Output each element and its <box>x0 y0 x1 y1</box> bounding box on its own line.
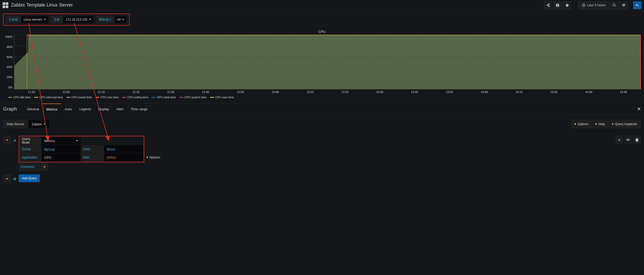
tab-display[interactable]: Display <box>94 103 113 114</box>
ds-query-inspector-button[interactable]: Query Inspector <box>609 120 641 129</box>
chevron-down-icon <box>122 19 124 20</box>
legend-swatch <box>67 97 70 98</box>
share-button[interactable] <box>544 1 552 9</box>
legend-label: CPU softirq time <box>127 96 148 99</box>
legend-swatch <box>8 97 12 98</box>
tab-axes[interactable]: Axes <box>61 103 76 114</box>
legend-swatch <box>34 97 38 98</box>
chevron-down-icon <box>43 124 46 125</box>
datasource-select[interactable]: Zabbix <box>28 120 49 129</box>
ds-help-button[interactable]: Help <box>592 120 609 129</box>
var-group-value[interactable]: Linux servers <box>21 16 49 23</box>
var-iface-value[interactable]: All <box>114 16 127 23</box>
legend-item[interactable]: CPU system time <box>180 96 207 99</box>
query-b-letter[interactable]: B <box>12 174 17 183</box>
query-a-toggle[interactable] <box>3 136 11 145</box>
var-group-label: 主机组 <box>6 16 21 23</box>
tab-metrics[interactable]: Metrics <box>43 103 61 114</box>
zoom-out-button[interactable] <box>610 1 618 9</box>
template-variables: 主机组 Linux servers 主机 172.16.213.102 网络接口… <box>3 14 130 26</box>
chevron-down-icon <box>76 140 78 141</box>
legend-swatch <box>96 97 99 98</box>
var-iface-label: 网络接口 <box>96 16 114 23</box>
ds-options-button[interactable]: Options <box>571 120 592 129</box>
time-picker[interactable]: Last 3 hours <box>578 1 609 9</box>
query-mode-select[interactable]: Metrics <box>42 137 81 145</box>
query-application-value[interactable]: CPU <box>42 154 81 161</box>
legend-label: CPU steal time <box>157 96 176 99</box>
tab-general[interactable]: General <box>23 103 43 114</box>
legend-label: CPU user time <box>215 96 234 99</box>
query-options-toggle[interactable]: Options: <box>147 153 161 162</box>
tab-time-range[interactable]: Time range <box>127 103 151 114</box>
chart-legend: CPU idle timeCPU interrupt timeCPU iowai… <box>8 94 641 101</box>
panel-title[interactable]: CPU <box>3 29 641 35</box>
query-delete-icon[interactable] <box>633 136 641 144</box>
panel-editor-tabs: Graph GeneralMetricsAxesLegendDisplayAle… <box>0 103 644 114</box>
refresh-button[interactable] <box>620 1 628 9</box>
legend-swatch <box>180 97 183 98</box>
settings-button[interactable] <box>563 1 571 9</box>
legend-label: CPU interrupt time <box>39 96 63 99</box>
query-group-label: Group <box>20 145 41 153</box>
tab-legend[interactable]: Legend <box>76 103 94 114</box>
chevron-down-icon <box>89 19 91 20</box>
back-button[interactable] <box>633 1 641 9</box>
legend-label: CPU idle time <box>13 96 31 99</box>
query-functions-label: Functions <box>19 163 40 171</box>
dashboard-title[interactable]: Zabbix Template Linux Server <box>11 2 73 8</box>
chart-x-axis: 11:5012:00 12:1012:20 12:3012:40 12:5013… <box>14 89 641 94</box>
legend-swatch <box>152 97 155 98</box>
save-button[interactable] <box>553 1 562 9</box>
chart-plot[interactable] <box>14 35 641 89</box>
var-host-value[interactable]: 172.16.213.102 <box>63 16 94 23</box>
legend-item[interactable]: CPU idle time <box>8 96 31 99</box>
query-item-label: Item <box>81 154 104 161</box>
legend-item[interactable]: CPU nice time <box>96 96 119 99</box>
datasource-label: Data Source <box>3 120 28 129</box>
query-menu-icon[interactable]: ≡ <box>615 136 623 144</box>
panel-type-label[interactable]: Graph <box>3 106 23 112</box>
add-function-button[interactable]: + <box>41 163 48 171</box>
query-mode-label: Query Mode <box>20 137 41 145</box>
legend-item[interactable]: CPU user time <box>210 96 234 99</box>
time-range-label: Last 3 hours <box>587 3 606 7</box>
legend-item[interactable]: CPU softirq time <box>122 96 148 99</box>
query-host-label: Host <box>81 145 104 153</box>
query-host-value[interactable]: $host <box>104 145 143 153</box>
query-toggle-visibility-icon[interactable] <box>624 136 632 144</box>
var-host-label: 主机 <box>51 16 63 23</box>
legend-swatch <box>210 97 214 98</box>
legend-label: CPU iowait time <box>72 96 92 99</box>
chevron-down-icon <box>44 19 46 20</box>
add-query-button[interactable]: Add Query <box>19 174 40 182</box>
dashboard-icon[interactable] <box>3 2 8 8</box>
legend-label: CPU system time <box>185 96 207 99</box>
legend-item[interactable]: CPU interrupt time <box>34 96 63 99</box>
chart-y-axis: 100% 80% 60% 40% 20% 0% <box>3 35 14 89</box>
query-a-editor: Query Mode Metrics Group $group Host $ho… <box>19 136 144 162</box>
tab-alert[interactable]: Alert <box>113 103 127 114</box>
legend-item[interactable]: CPU steal time <box>152 96 176 99</box>
query-item-value[interactable]: /CPU/ <box>104 154 143 161</box>
legend-item[interactable]: CPU iowait time <box>67 96 92 99</box>
legend-label: CPU nice time <box>100 96 119 99</box>
close-icon[interactable]: ✕ <box>637 106 641 112</box>
query-b-toggle[interactable] <box>3 174 11 183</box>
query-application-label: Application <box>20 154 41 161</box>
query-a-letter[interactable]: A <box>12 136 17 145</box>
cpu-panel: CPU 100% 80% 60% 40% 20% 0% 11:5012:00 1… <box>0 29 644 103</box>
query-group-value[interactable]: $group <box>42 145 81 153</box>
legend-swatch <box>122 97 126 98</box>
svg-point-1 <box>613 4 615 6</box>
